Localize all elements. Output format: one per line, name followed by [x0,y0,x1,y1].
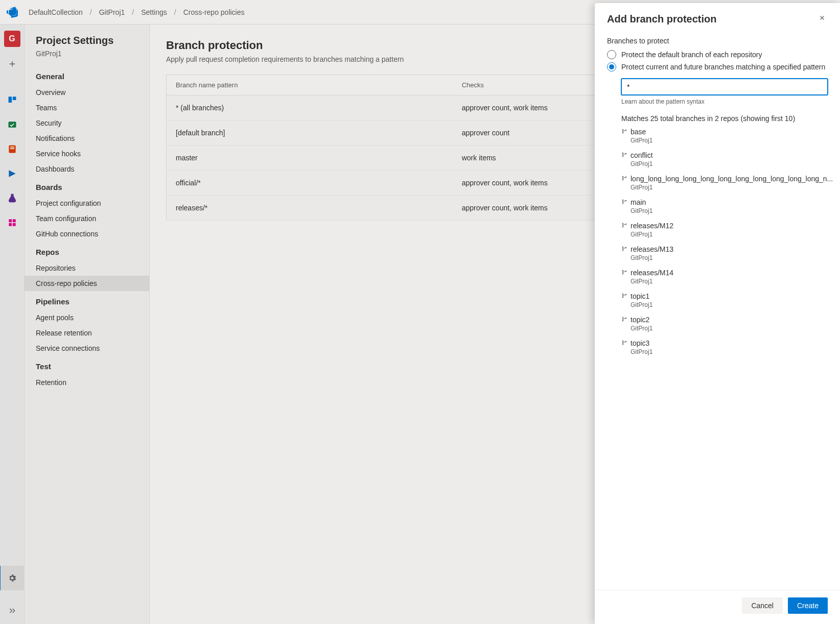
match-item: topic3GitProj1 [621,339,828,355]
svg-rect-0 [8,97,12,103]
nav-item[interactable]: Team configuration [25,211,149,226]
nav-item[interactable]: Service connections [25,341,149,356]
settings-nav: Project Settings GitProj1 GeneralOvervie… [25,25,150,624]
add-branch-protection-panel: Add branch protection Branches to protec… [595,3,840,624]
match-item: mainGitProj1 [621,198,828,214]
nav-item[interactable]: Teams [25,100,149,115]
pipelines-icon[interactable] [4,165,20,182]
svg-rect-7 [12,219,15,222]
breadcrumb-separator: / [174,8,176,16]
match-repo-name: GitProj1 [631,207,828,214]
settings-title: Project Settings [25,35,149,50]
work-items-icon[interactable] [4,116,20,133]
nav-item[interactable]: Overview [25,85,149,100]
svg-rect-8 [9,223,12,226]
match-branch-name: topic3 [631,339,649,347]
branch-pattern-input[interactable] [621,79,828,95]
artifacts-icon[interactable] [4,214,20,231]
nav-item[interactable]: Repositories [25,260,149,276]
match-repo-name: GitProj1 [631,160,828,167]
create-button[interactable]: Create [788,597,828,614]
match-item: baseGitProj1 [621,128,828,144]
radio-icon [607,50,616,59]
radio-icon [607,62,616,71]
nav-item[interactable]: Dashboards [25,161,149,177]
cell-pattern: master [167,146,453,171]
match-repo-name: GitProj1 [631,348,828,355]
nav-item[interactable]: Project configuration [25,196,149,211]
expand-nav-icon[interactable] [4,603,20,619]
match-item: topic1GitProj1 [621,292,828,308]
nav-item[interactable]: Release retention [25,325,149,341]
match-item: releases/M12GitProj1 [621,222,828,238]
breadcrumb-project[interactable]: GitProj1 [99,8,125,16]
nav-item[interactable]: Security [25,115,149,131]
add-icon[interactable]: ＋ [4,55,20,71]
breadcrumb-settings[interactable]: Settings [141,8,167,16]
svg-point-10 [622,129,623,130]
test-plans-icon[interactable] [4,190,20,206]
svg-point-17 [622,179,623,180]
match-summary: Matches 25 total branches in 2 repos (sh… [621,114,828,123]
azure-devops-logo-icon[interactable] [5,5,19,19]
match-branch-name: releases/M12 [631,222,673,230]
project-avatar[interactable]: G [4,31,20,47]
repos-icon[interactable] [4,141,20,157]
svg-point-23 [622,226,623,227]
nav-item[interactable]: Agent pools [25,310,149,325]
cell-pattern: * (all branches) [167,95,453,121]
svg-point-28 [622,270,623,271]
svg-point-14 [622,156,623,157]
svg-point-31 [622,294,623,295]
svg-point-29 [622,273,623,274]
nav-item[interactable]: Notifications [25,131,149,146]
match-item: releases/M13GitProj1 [621,245,828,261]
match-item: topic2GitProj1 [621,316,828,332]
match-branch-name: topic2 [631,316,649,324]
svg-point-22 [622,223,623,224]
svg-point-32 [622,297,623,298]
svg-point-26 [622,250,623,251]
match-repo-name: GitProj1 [631,301,828,308]
nav-section-title: Boards [25,177,149,196]
svg-rect-1 [12,97,16,100]
nav-item[interactable]: GitHub connections [25,226,149,242]
boards-icon[interactable] [4,92,20,108]
branch-icon [621,246,627,253]
pattern-syntax-help-link[interactable]: Learn about the pattern syntax [621,98,828,105]
breadcrumb-separator: / [132,8,134,16]
match-branch-name: base [631,128,646,136]
branch-icon [621,222,627,230]
match-repo-name: GitProj1 [631,231,828,238]
svg-rect-9 [12,223,15,226]
column-header-pattern[interactable]: Branch name pattern [167,75,453,95]
nav-item[interactable]: Retention [25,375,149,390]
settings-project-name: GitProj1 [25,50,149,66]
match-branch-name: main [631,198,646,206]
nav-item[interactable]: Service hooks [25,146,149,161]
breadcrumb-collection[interactable]: DefaultCollection [29,8,83,16]
breadcrumb-page[interactable]: Cross-repo policies [183,8,245,16]
branch-icon [621,269,627,277]
match-branch-name: topic1 [631,292,649,300]
radio-protect-pattern[interactable]: Protect current and future branches matc… [607,62,828,71]
branch-icon [621,340,627,347]
cell-pattern: official/* [167,171,453,196]
branches-to-protect-label: Branches to protect [607,37,828,45]
nav-section-title: Repos [25,242,149,260]
branch-icon [621,175,627,183]
cancel-button[interactable]: Cancel [742,597,783,614]
svg-rect-6 [9,219,12,222]
radio-protect-default[interactable]: Protect the default branch of each repos… [607,50,828,59]
branch-icon [621,199,627,206]
branch-icon [621,316,627,324]
svg-point-13 [622,153,623,154]
match-repo-name: GitProj1 [631,278,828,285]
match-repo-name: GitProj1 [631,184,828,191]
nav-item[interactable]: Cross-repo policies [25,276,149,291]
svg-point-19 [622,200,623,201]
panel-title: Add branch protection [607,13,716,25]
branch-icon [621,152,627,159]
project-settings-icon[interactable] [0,566,24,590]
close-icon[interactable] [816,12,828,26]
